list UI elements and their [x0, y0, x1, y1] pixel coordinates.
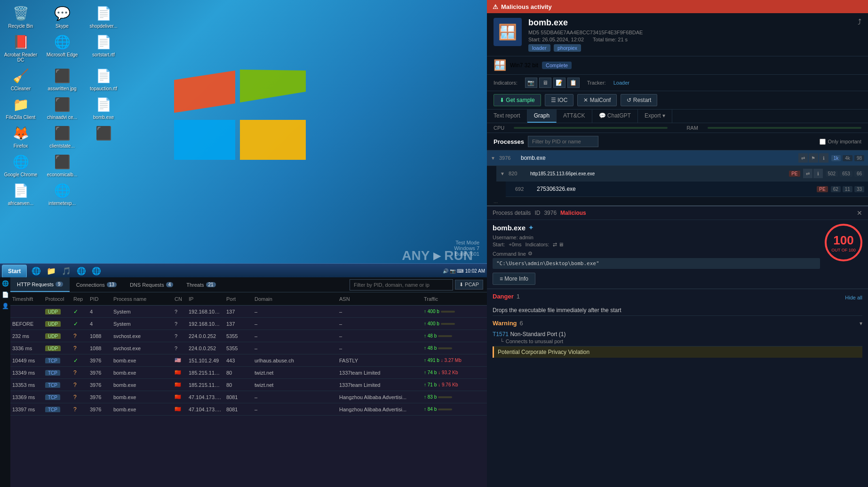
table-row[interactable]: UDP ✓ 4 System ? 192.168.100.255 137 – –…	[10, 306, 487, 318]
icon-label-sortstart: sortstart.rtf	[92, 52, 115, 57]
t1571-link[interactable]: T1571	[493, 331, 509, 338]
process-row-820[interactable]: ▼ 820 http185.215.113.66pei.exe.exe PE ⇄…	[496, 166, 868, 181]
taskbar-folder-icon[interactable]: 📁	[45, 265, 58, 278]
get-sample-button[interactable]: ⬇ Get sample	[494, 94, 541, 106]
desktop-icon-chinaadvice[interactable]: ⬛ chinaadvi ce...	[45, 95, 79, 120]
taskbar-edge-icon[interactable]: 🌐	[90, 265, 103, 278]
sidebar-user-icon[interactable]: 👤	[1, 302, 10, 310]
tab-dns-requests[interactable]: DNS Requests 4	[123, 277, 180, 292]
restart-button[interactable]: ↺ Restart	[621, 94, 657, 106]
tab-http-requests[interactable]: HTTP Requests 9	[10, 277, 70, 292]
expand-icon-820[interactable]: ▼	[500, 171, 506, 176]
proc-act-info[interactable]: ℹ	[819, 153, 828, 163]
desktop-icon-bombexe[interactable]: 📄 bomb.exe	[87, 95, 120, 120]
tab-graph[interactable]: Graph	[527, 110, 557, 123]
table-row[interactable]: 13353 ms TCP ? 3976 bomb.exe 🇨🇳 185.215.…	[10, 379, 487, 391]
expand-icon[interactable]: ▼	[491, 156, 496, 161]
table-row[interactable]: 232 ms UDP ? 1088 svchost.exe ? 224.0.0.…	[10, 330, 487, 342]
col-port: Port	[224, 296, 253, 302]
desktop-icon-chrome[interactable]: 🌐 Google Chrome	[4, 152, 38, 177]
cell-protocol: UDP	[43, 333, 72, 339]
hide-all-button[interactable]: Hide all	[845, 295, 862, 300]
desktop-icon-sortstart[interactable]: 📄 sortstart.rtf	[87, 32, 120, 63]
system-status: Complete	[542, 62, 572, 69]
warning-label: Warning	[493, 320, 517, 327]
warning-dropdown[interactable]: ▾	[860, 320, 862, 327]
taskbar-ie-icon[interactable]: 🌐	[30, 265, 43, 278]
desktop-icon-topauction[interactable]: 📄 topauction.rtf	[87, 66, 120, 91]
desktop-icon-clientstate[interactable]: ⬛ clientstate...	[45, 124, 79, 149]
taskbar-chrome-icon[interactable]: 🌐	[75, 265, 88, 278]
cell-traffic: ↑ 71 b ↓ 9.76 Kb	[422, 382, 487, 387]
file-details: bomb.exe MD5 55DBA6E7AA4E8CC73415F4E3F9F…	[528, 18, 851, 51]
desktop-icon-africa[interactable]: 📄 africaeven...	[4, 181, 38, 206]
share-button[interactable]: ⤴	[858, 18, 861, 26]
protocol-badge: TCP	[45, 358, 60, 363]
desktop-icon-edge[interactable]: 🌐 Microsoft Edge	[45, 32, 79, 63]
cell-rep: ?	[72, 394, 88, 401]
desktop-icon-recycle-bin[interactable]: 🗑️ Recycle Bin	[4, 4, 38, 29]
proc-act-copy[interactable]: ⇄	[798, 153, 808, 163]
table-row[interactable]: 13397 ms TCP ? 3976 bomb.exe 🇨🇳 47.104.1…	[10, 403, 487, 416]
only-important-checkbox[interactable]	[820, 139, 826, 145]
taskbar-media-icon[interactable]: 🎵	[60, 265, 73, 278]
desktop-icon-filezilla[interactable]: 📁 FileZilla Client	[4, 95, 38, 120]
proc-act-copy-820[interactable]: ⇄	[803, 169, 812, 178]
pe-tag-692: PE	[817, 186, 828, 192]
only-important-toggle[interactable]: Only important	[820, 139, 861, 145]
desktop-icon-asswritten[interactable]: ⬛ asswritten.jpg	[45, 66, 79, 91]
gpt-icon[interactable]: ✦	[528, 224, 534, 231]
start-button[interactable]: Start	[2, 265, 27, 278]
process-item-bomb: ▼ 3976 bomb.exe ⇄ ⚑ ℹ 1k 4k 98	[487, 150, 868, 166]
proc-act-flag[interactable]: ⚑	[809, 153, 818, 163]
tab-threats-label: Threats	[186, 282, 204, 288]
tab-conn-label: Connections	[76, 282, 105, 288]
tab-text-report[interactable]: Text report	[487, 110, 527, 123]
tab-connections[interactable]: Connections 13	[70, 277, 123, 292]
pd-username: Username: admin	[493, 235, 820, 240]
sidebar-globe-icon[interactable]: 🌐	[1, 279, 10, 288]
tab-threats[interactable]: Threats 21	[180, 277, 222, 292]
desktop-icon-ccleaner[interactable]: 🧹 CCleaner	[4, 66, 38, 91]
process-row-3976[interactable]: ▼ 3976 bomb.exe ⇄ ⚑ ℹ 1k 4k 98	[487, 150, 868, 165]
indicator-btn-4[interactable]: 📋	[567, 78, 580, 88]
table-row[interactable]: 3336 ms UDP ? 1088 svchost.exe ? 224.0.0…	[10, 342, 487, 354]
process-name-692: 275306326.exe	[537, 186, 814, 192]
network-filter-input[interactable]	[350, 279, 453, 291]
desktop-icon-blank2[interactable]	[87, 152, 120, 177]
desktop-icon-economical[interactable]: ⬛ economicalb...	[45, 152, 79, 177]
only-important-label: Only important	[828, 139, 861, 144]
process-row-692[interactable]: 692 275306326.exe PE 62 11 33	[506, 181, 868, 196]
cell-protocol: TCP	[43, 370, 72, 376]
pd-close-button[interactable]: ✕	[857, 209, 862, 217]
tracker-link[interactable]: Loader	[613, 80, 629, 86]
malconf-button[interactable]: ✕ MalConf	[577, 94, 617, 106]
alert-warning-text: T1571 Non-Standard Port (1)	[493, 331, 862, 338]
tab-attck[interactable]: ATT&CK	[557, 110, 592, 123]
cell-timeshift: 13349 ms	[10, 370, 43, 376]
desktop-icon-blank1[interactable]: ⬛	[87, 124, 120, 149]
desktop-icon-skype[interactable]: 💬 Skype	[45, 4, 79, 29]
indicator-btn-2[interactable]: 🖥	[539, 78, 551, 88]
indicators-bar: Indicators: 📷 🖥 📝 📋 Tracker: Loader	[487, 74, 868, 91]
proc-act-info-820[interactable]: ℹ	[813, 169, 823, 178]
tab-chatgpt[interactable]: 💬 ChatGPT	[592, 110, 638, 123]
table-row[interactable]: 13349 ms TCP ? 3976 bomb.exe 🇨🇳 185.215.…	[10, 367, 487, 379]
table-row[interactable]: 10449 ms TCP ✓ 3976 bomb.exe 🇺🇸 151.101.…	[10, 354, 487, 367]
desktop-icon-ie[interactable]: 🌐 internetexp...	[45, 181, 79, 206]
indicator-btn-3[interactable]: 📝	[553, 78, 565, 88]
desktop-icon-firefox[interactable]: 🦊 Firefox	[4, 124, 38, 149]
pcap-button[interactable]: ⬇ PCAP	[455, 280, 483, 290]
sidebar-file-icon[interactable]: 📄	[1, 291, 10, 299]
desktop-icon-shopdeliver[interactable]: 📄 shopdeliver...	[87, 4, 120, 29]
indicator-btn-1[interactable]: 📷	[525, 78, 537, 88]
process-filter-input[interactable]	[528, 136, 598, 147]
icon-label-chrome: Google Chrome	[4, 172, 38, 177]
table-row[interactable]: 13369 ms TCP ? 3976 bomb.exe 🇨🇳 47.104.1…	[10, 391, 487, 403]
ioc-button[interactable]: ☰ IOC	[545, 94, 574, 106]
more-info-button[interactable]: ≡ More Info	[493, 273, 535, 285]
table-row[interactable]: BEFORE UDP ✓ 4 System ? 192.168.100.255 …	[10, 318, 487, 330]
tab-export[interactable]: Export ▾	[638, 110, 672, 123]
desktop-icon-acrobat[interactable]: 📕 Acrobat Reader DC	[4, 32, 38, 63]
md5-label: MD5	[528, 30, 541, 35]
